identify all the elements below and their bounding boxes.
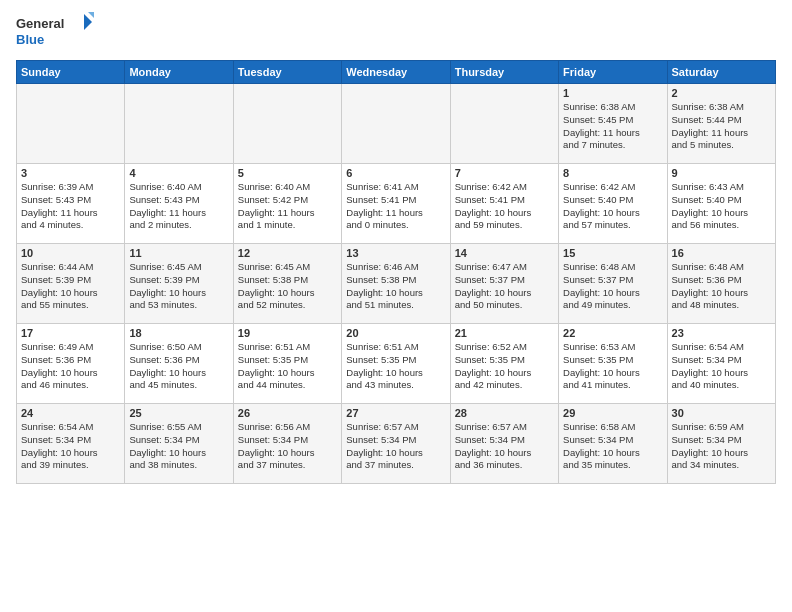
day-info-line: and 59 minutes. (455, 219, 554, 232)
day-info-line: Sunrise: 6:43 AM (672, 181, 771, 194)
day-info-line: Sunrise: 6:40 AM (238, 181, 337, 194)
calendar-cell: 4Sunrise: 6:40 AMSunset: 5:43 PMDaylight… (125, 164, 233, 244)
day-info-line: Sunset: 5:34 PM (129, 434, 228, 447)
week-row-1: 1Sunrise: 6:38 AMSunset: 5:45 PMDaylight… (17, 84, 776, 164)
day-number: 6 (346, 167, 445, 179)
svg-marker-1 (84, 14, 92, 30)
day-info-line: Daylight: 10 hours (563, 367, 662, 380)
day-info-line: and 45 minutes. (129, 379, 228, 392)
day-info-line: Sunset: 5:37 PM (455, 274, 554, 287)
calendar-cell: 2Sunrise: 6:38 AMSunset: 5:44 PMDaylight… (667, 84, 775, 164)
day-info-line: and 38 minutes. (129, 459, 228, 472)
day-number: 19 (238, 327, 337, 339)
day-header-sunday: Sunday (17, 61, 125, 84)
day-info-line: Daylight: 11 hours (238, 207, 337, 220)
day-info-line: Sunset: 5:34 PM (346, 434, 445, 447)
day-info-line: and 37 minutes. (238, 459, 337, 472)
day-info-line: and 51 minutes. (346, 299, 445, 312)
day-info-line: and 50 minutes. (455, 299, 554, 312)
day-info-line: Sunset: 5:35 PM (346, 354, 445, 367)
day-number: 7 (455, 167, 554, 179)
day-number: 18 (129, 327, 228, 339)
day-number: 30 (672, 407, 771, 419)
day-number: 2 (672, 87, 771, 99)
day-header-monday: Monday (125, 61, 233, 84)
day-info-line: Daylight: 10 hours (21, 287, 120, 300)
day-info-line: Daylight: 10 hours (129, 447, 228, 460)
day-info-line: and 35 minutes. (563, 459, 662, 472)
week-row-2: 3Sunrise: 6:39 AMSunset: 5:43 PMDaylight… (17, 164, 776, 244)
day-info-line: Sunrise: 6:48 AM (672, 261, 771, 274)
day-number: 24 (21, 407, 120, 419)
calendar-cell: 13Sunrise: 6:46 AMSunset: 5:38 PMDayligh… (342, 244, 450, 324)
day-info-line: Sunrise: 6:58 AM (563, 421, 662, 434)
day-info-line: Sunrise: 6:50 AM (129, 341, 228, 354)
calendar-cell: 20Sunrise: 6:51 AMSunset: 5:35 PMDayligh… (342, 324, 450, 404)
day-info-line: and 46 minutes. (21, 379, 120, 392)
day-info-line: and 34 minutes. (672, 459, 771, 472)
calendar-cell: 14Sunrise: 6:47 AMSunset: 5:37 PMDayligh… (450, 244, 558, 324)
day-number: 22 (563, 327, 662, 339)
day-info-line: Sunset: 5:39 PM (21, 274, 120, 287)
calendar-cell: 10Sunrise: 6:44 AMSunset: 5:39 PMDayligh… (17, 244, 125, 324)
day-info-line: Sunset: 5:43 PM (129, 194, 228, 207)
calendar-cell: 5Sunrise: 6:40 AMSunset: 5:42 PMDaylight… (233, 164, 341, 244)
day-info-line: Daylight: 10 hours (455, 367, 554, 380)
day-number: 10 (21, 247, 120, 259)
calendar-cell (233, 84, 341, 164)
day-info-line: Sunrise: 6:52 AM (455, 341, 554, 354)
day-info-line: Sunset: 5:34 PM (21, 434, 120, 447)
day-info-line: Sunrise: 6:55 AM (129, 421, 228, 434)
day-header-saturday: Saturday (667, 61, 775, 84)
calendar-cell: 7Sunrise: 6:42 AMSunset: 5:41 PMDaylight… (450, 164, 558, 244)
day-info-line: Sunset: 5:35 PM (563, 354, 662, 367)
day-info-line: Sunset: 5:35 PM (238, 354, 337, 367)
day-number: 25 (129, 407, 228, 419)
day-info-line: Daylight: 10 hours (672, 367, 771, 380)
day-info-line: Daylight: 10 hours (129, 367, 228, 380)
day-header-wednesday: Wednesday (342, 61, 450, 84)
calendar-cell: 9Sunrise: 6:43 AMSunset: 5:40 PMDaylight… (667, 164, 775, 244)
day-info-line: and 4 minutes. (21, 219, 120, 232)
calendar-cell: 24Sunrise: 6:54 AMSunset: 5:34 PMDayligh… (17, 404, 125, 484)
day-info-line: Sunset: 5:34 PM (238, 434, 337, 447)
day-info-line: Sunset: 5:40 PM (672, 194, 771, 207)
calendar-cell: 26Sunrise: 6:56 AMSunset: 5:34 PMDayligh… (233, 404, 341, 484)
calendar-cell: 22Sunrise: 6:53 AMSunset: 5:35 PMDayligh… (559, 324, 667, 404)
day-info-line: Daylight: 11 hours (129, 207, 228, 220)
day-number: 21 (455, 327, 554, 339)
day-info-line: and 56 minutes. (672, 219, 771, 232)
week-row-3: 10Sunrise: 6:44 AMSunset: 5:39 PMDayligh… (17, 244, 776, 324)
day-info-line: and 48 minutes. (672, 299, 771, 312)
day-info-line: Daylight: 10 hours (238, 287, 337, 300)
day-info-line: Daylight: 10 hours (346, 367, 445, 380)
day-info-line: Daylight: 10 hours (563, 207, 662, 220)
day-info-line: Daylight: 10 hours (455, 287, 554, 300)
day-info-line: and 53 minutes. (129, 299, 228, 312)
calendar-cell: 18Sunrise: 6:50 AMSunset: 5:36 PMDayligh… (125, 324, 233, 404)
day-info-line: and 37 minutes. (346, 459, 445, 472)
day-info-line: Daylight: 10 hours (346, 447, 445, 460)
day-info-line: Daylight: 10 hours (129, 287, 228, 300)
calendar-cell (125, 84, 233, 164)
day-info-line: and 36 minutes. (455, 459, 554, 472)
logo-svg: General Blue (16, 12, 96, 52)
day-info-line: and 2 minutes. (129, 219, 228, 232)
day-info-line: Sunrise: 6:38 AM (672, 101, 771, 114)
day-info-line: Daylight: 10 hours (563, 447, 662, 460)
day-number: 1 (563, 87, 662, 99)
day-info-line: and 43 minutes. (346, 379, 445, 392)
day-info-line: and 44 minutes. (238, 379, 337, 392)
day-info-line: and 7 minutes. (563, 139, 662, 152)
calendar-cell: 15Sunrise: 6:48 AMSunset: 5:37 PMDayligh… (559, 244, 667, 324)
day-info-line: and 52 minutes. (238, 299, 337, 312)
day-info-line: Daylight: 10 hours (346, 287, 445, 300)
day-info-line: Sunset: 5:36 PM (129, 354, 228, 367)
day-info-line: Daylight: 10 hours (21, 447, 120, 460)
day-info-line: and 5 minutes. (672, 139, 771, 152)
calendar-table: SundayMondayTuesdayWednesdayThursdayFrid… (16, 60, 776, 484)
day-info-line: Daylight: 10 hours (455, 207, 554, 220)
day-info-line: Daylight: 10 hours (563, 287, 662, 300)
day-number: 4 (129, 167, 228, 179)
day-info-line: and 1 minute. (238, 219, 337, 232)
